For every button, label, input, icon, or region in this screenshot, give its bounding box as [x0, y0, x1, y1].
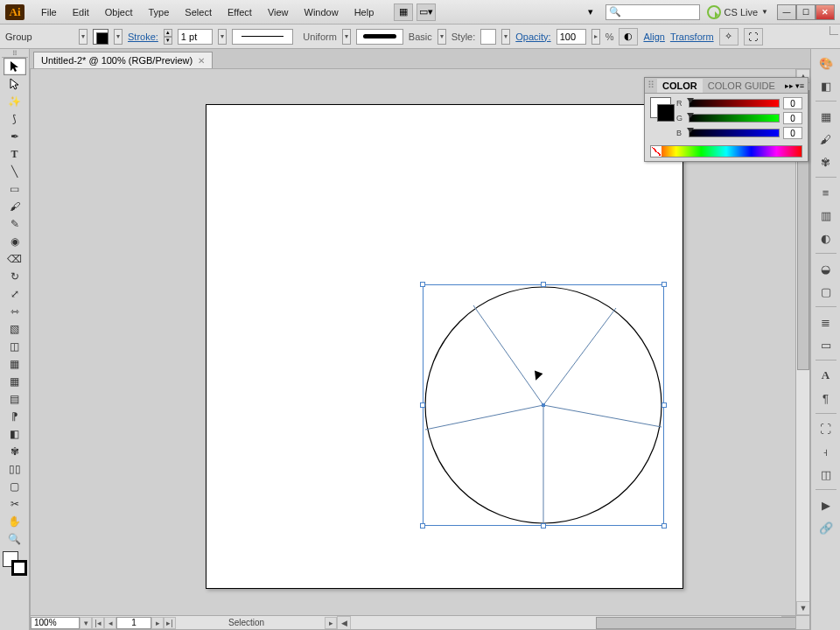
opacity-dropdown[interactable]: ▸ — [592, 29, 600, 45]
green-slider[interactable] — [689, 114, 780, 122]
selection-type-dropdown[interactable]: ▾ — [79, 29, 88, 45]
stroke-profile-preview[interactable] — [232, 29, 293, 45]
close-tab-icon[interactable]: ✕ — [198, 56, 205, 66]
selection-handle[interactable] — [420, 523, 425, 528]
links-panel-icon[interactable]: 🔗 — [816, 517, 836, 538]
artboard-tool[interactable]: ▢ — [4, 478, 26, 495]
gradient-panel-icon[interactable]: ▥ — [816, 205, 836, 226]
red-input[interactable]: 0 — [783, 97, 802, 109]
color-panel-grip-icon[interactable]: ⠿ — [645, 80, 657, 91]
layers-panel-icon[interactable]: ≣ — [816, 312, 836, 332]
menu-file[interactable]: File — [33, 4, 65, 21]
selection-bounding-box[interactable] — [423, 284, 664, 526]
artboard-first-icon[interactable]: |◂ — [92, 617, 104, 629]
zoom-dropdown[interactable]: ▾ — [80, 617, 92, 629]
control-bar-collapse[interactable] — [830, 26, 838, 35]
color-guide-panel-icon[interactable]: ◧ — [816, 75, 836, 96]
green-input[interactable]: 0 — [783, 112, 802, 124]
symbols-panel-icon[interactable]: ✾ — [816, 151, 836, 172]
graphic-style-swatch[interactable] — [480, 29, 496, 45]
transform-label[interactable]: Transform — [670, 32, 714, 42]
selection-handle[interactable] — [541, 282, 546, 287]
stroke-weight-up[interactable]: ▴ — [164, 29, 172, 37]
workspace-dropdown-icon[interactable]: ▾ — [584, 6, 597, 18]
appearance-panel-icon[interactable]: ◒ — [816, 258, 836, 279]
scroll-left-icon[interactable]: ◀ — [337, 616, 351, 630]
bridge-icon[interactable]: ▦ — [394, 4, 413, 21]
swatches-panel-icon[interactable]: ▦ — [816, 106, 836, 127]
isolate-icon[interactable]: ✧ — [719, 28, 738, 46]
menu-help[interactable]: Help — [346, 4, 382, 21]
blob-brush-tool[interactable]: ◉ — [4, 233, 26, 250]
brushes-panel-icon[interactable]: 🖌 — [816, 129, 836, 150]
color-spectrum[interactable] — [650, 145, 802, 158]
mesh-tool[interactable]: ▦ — [4, 373, 26, 390]
selection-handle[interactable] — [662, 402, 667, 408]
color-panel-icon[interactable]: 🎨 — [816, 52, 836, 74]
menu-select[interactable]: Select — [177, 4, 220, 21]
pathfinder-panel-icon[interactable]: ◫ — [816, 464, 836, 485]
artboard-last-icon[interactable]: ▸| — [164, 617, 176, 629]
stroke-weight-dropdown[interactable]: ▾ — [218, 29, 227, 45]
fill-stroke-indicator[interactable] — [3, 551, 27, 576]
blue-slider[interactable] — [689, 129, 780, 137]
menu-effect[interactable]: Effect — [220, 4, 260, 21]
selection-handle[interactable] — [662, 282, 667, 287]
menu-object[interactable]: Object — [97, 4, 141, 21]
stroke-weight-down[interactable]: ▾ — [164, 37, 172, 45]
toolbox-grip[interactable]: ⠿ — [2, 51, 28, 58]
none-color-icon[interactable] — [651, 146, 662, 157]
color-panel[interactable]: ⠿ COLOR COLOR GUIDE ▸▸ ▾≡ R 0 G — [644, 77, 808, 162]
character-panel-icon[interactable]: A — [816, 365, 836, 386]
free-transform-tool[interactable]: ▧ — [4, 320, 26, 338]
paragraph-panel-icon[interactable]: ¶ — [816, 388, 836, 409]
menu-view[interactable]: View — [260, 4, 297, 21]
lasso-tool[interactable]: ⟆ — [4, 110, 26, 128]
window-close-button[interactable]: ✕ — [816, 4, 835, 20]
blue-input[interactable]: 0 — [783, 127, 802, 139]
selection-handle[interactable] — [662, 523, 667, 528]
menu-edit[interactable]: Edit — [65, 4, 97, 21]
graphic-style-dropdown[interactable]: ▾ — [501, 29, 510, 45]
hand-tool[interactable]: ✋ — [4, 513, 26, 530]
horizontal-scroll-thumb[interactable] — [596, 617, 810, 629]
direct-selection-tool[interactable] — [4, 75, 26, 93]
paintbrush-tool[interactable]: 🖌 — [4, 198, 26, 215]
scroll-down-icon[interactable]: ▼ — [796, 601, 810, 615]
brush-preview[interactable] — [356, 29, 403, 45]
align-label[interactable]: Align — [643, 32, 664, 42]
pen-tool[interactable]: ✒ — [4, 128, 26, 145]
edit-clip-icon[interactable]: ⛶ — [744, 28, 763, 46]
shape-builder-tool[interactable]: ◫ — [4, 338, 26, 355]
pencil-tool[interactable]: ✎ — [4, 215, 26, 233]
rotate-tool[interactable]: ↻ — [4, 268, 26, 285]
column-graph-tool[interactable]: ▯▯ — [4, 460, 26, 478]
selection-handle[interactable] — [541, 523, 546, 528]
status-dropdown-icon[interactable]: ▸ — [325, 617, 337, 629]
magic-wand-tool[interactable]: ✨ — [4, 93, 26, 110]
eraser-tool[interactable]: ⌫ — [4, 250, 26, 268]
transform-panel-icon[interactable]: ⛶ — [816, 418, 836, 439]
stroke-weight-input[interactable]: 1 pt — [178, 29, 213, 45]
red-slider[interactable] — [689, 99, 780, 108]
gradient-tool[interactable]: ▤ — [4, 390, 26, 408]
panel-collapse-icon[interactable]: ▸▸ — [785, 81, 794, 90]
horizontal-scrollbar[interactable]: ◀ ▶ — [337, 615, 795, 629]
zoom-tool[interactable]: 🔍 — [4, 530, 26, 548]
artboard-next-icon[interactable]: ▸ — [151, 617, 164, 629]
rectangle-tool[interactable]: ▭ — [4, 180, 26, 198]
scale-tool[interactable]: ⤢ — [4, 285, 26, 303]
zoom-input[interactable]: 100% — [31, 617, 80, 629]
window-maximize-button[interactable]: ☐ — [796, 4, 816, 20]
stroke-label[interactable]: Stroke: — [128, 32, 158, 42]
recolor-icon[interactable]: ◐ — [619, 28, 638, 46]
slice-tool[interactable]: ✂ — [4, 495, 26, 513]
line-tool[interactable]: ╲ — [4, 163, 26, 180]
selection-tool[interactable] — [4, 58, 26, 75]
selection-handle[interactable] — [420, 402, 425, 408]
window-minimize-button[interactable]: — — [777, 4, 796, 20]
brush-dropdown[interactable]: ▾ — [438, 29, 446, 45]
arrange-icon[interactable]: ▭▾ — [416, 4, 436, 21]
stroke-panel-icon[interactable]: ≡ — [816, 182, 836, 203]
cs-live-button[interactable]: CS Live ▼ — [707, 5, 768, 19]
